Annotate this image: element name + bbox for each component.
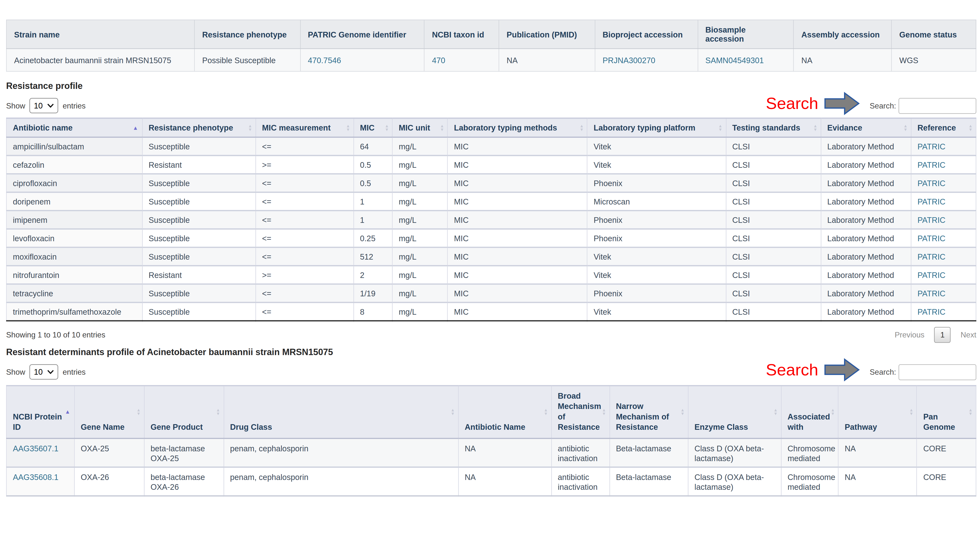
- column-header-evidance[interactable]: Evidance▲▼: [821, 118, 911, 137]
- sort-icon: ▲▼: [248, 124, 252, 131]
- link[interactable]: 470.7546: [308, 56, 341, 65]
- cell: levofloxacin: [6, 229, 142, 247]
- column-header-mic[interactable]: MIC▲▼: [353, 118, 392, 137]
- search-box: Search:: [870, 364, 976, 380]
- column-header-resistance-phenotype[interactable]: Resistance phenotype▲▼: [142, 118, 256, 137]
- cell: mg/L: [392, 174, 448, 192]
- sort-icon: ▲▼: [385, 124, 389, 131]
- page: Strain nameResistance phenotypePATRIC Ge…: [0, 20, 980, 551]
- column-header-gene-name[interactable]: Gene Name▲▼: [74, 386, 144, 438]
- column-header-ncbi-protein-id[interactable]: NCBI Protein ID▲: [6, 386, 74, 438]
- link[interactable]: PATRIC: [918, 197, 945, 206]
- cell: mg/L: [392, 229, 448, 247]
- cell: MIC: [448, 266, 587, 284]
- link[interactable]: 470: [432, 56, 445, 65]
- column-header-pan-genome[interactable]: Pan Genome▲▼: [917, 386, 976, 438]
- column-header-pathway[interactable]: Pathway▲▼: [838, 386, 917, 438]
- page-size-select[interactable]: 10: [30, 98, 59, 113]
- sort-icon: ▲▼: [909, 408, 913, 416]
- column-header-drug-class[interactable]: Drug Class▲▼: [224, 386, 458, 438]
- column-header-enzyme-class[interactable]: Enzyme Class▲▼: [688, 386, 781, 438]
- cell: 470.7546: [300, 49, 424, 71]
- sort-icon: ▲▼: [450, 408, 455, 416]
- cell: NA: [838, 467, 917, 496]
- link[interactable]: PATRIC: [918, 160, 945, 170]
- column-header-mic-unit[interactable]: MIC unit▲▼: [392, 118, 448, 137]
- resistance-table-footer: Showing 1 to 10 of 10 entries Previous 1…: [6, 327, 976, 343]
- column-header-narrow-mechanism-of-resistance[interactable]: Narrow Mechanism of Resistance▲▼: [609, 386, 688, 438]
- cell: ciprofloxacin: [6, 174, 142, 192]
- link[interactable]: PATRIC: [918, 270, 945, 279]
- link[interactable]: PATRIC: [918, 178, 945, 188]
- cell: PATRIC: [911, 302, 976, 321]
- column-header-mic-measurement[interactable]: MIC measurement▲▼: [256, 118, 353, 137]
- section-title-determinants: Resistant determinants profile of Acinet…: [6, 348, 976, 357]
- page-1-button[interactable]: 1: [934, 327, 951, 343]
- cell: <=: [256, 229, 353, 247]
- next-page-button[interactable]: Next: [961, 330, 976, 339]
- cell: CLSI: [726, 211, 821, 229]
- column-header-reference[interactable]: Reference▲▼: [911, 118, 976, 137]
- link[interactable]: PATRIC: [918, 307, 945, 316]
- cell: beta-lactamase OXA-26: [144, 467, 223, 496]
- column-header-antibiotic-name[interactable]: Antibiotic name▲: [6, 118, 142, 137]
- sort-ascending-icon: ▲: [133, 125, 138, 131]
- cell: NA: [794, 49, 892, 71]
- cell: Susceptible: [142, 302, 256, 321]
- sort-icon: ▲▼: [346, 124, 350, 131]
- cell: <=: [256, 137, 353, 156]
- column-header-genome-status: Genome status: [892, 20, 976, 49]
- cell: tetracycline: [6, 284, 142, 302]
- column-header-laboratory-typing-methods[interactable]: Laboratory typing methods▲▼: [448, 118, 587, 137]
- link[interactable]: PATRIC: [918, 215, 945, 225]
- cell: Beta-lactamase: [609, 438, 688, 467]
- sort-icon: ▲▼: [544, 408, 548, 416]
- entries-label: entries: [63, 368, 86, 376]
- cell: <=: [256, 302, 353, 321]
- cell: PATRIC: [911, 229, 976, 247]
- column-header-antibiotic-name[interactable]: Antibiotic Name▲▼: [458, 386, 551, 438]
- column-header-gene-product[interactable]: Gene Product▲▼: [144, 386, 223, 438]
- previous-page-button[interactable]: Previous: [895, 330, 924, 339]
- page-size-select[interactable]: 10: [30, 364, 59, 380]
- link[interactable]: SAMN04549301: [705, 56, 764, 65]
- link[interactable]: PRJNA300270: [603, 56, 655, 65]
- search-annotation-text: Search: [766, 94, 818, 113]
- cell: PRJNA300270: [595, 49, 697, 71]
- sort-icon: ▲▼: [969, 408, 973, 416]
- cell: antibiotic inactivation: [551, 438, 609, 467]
- cell: Laboratory Method: [821, 229, 911, 247]
- cell: Phoenix: [587, 174, 726, 192]
- link[interactable]: PATRIC: [918, 142, 945, 151]
- sort-icon: ▲▼: [602, 408, 606, 416]
- cell: PATRIC: [911, 247, 976, 266]
- cell: Resistant: [142, 266, 256, 284]
- cell: Laboratory Method: [821, 284, 911, 302]
- showing-entries-text: Showing 1 to 10 of 10 entries: [6, 330, 105, 339]
- cell: Susceptible: [142, 174, 256, 192]
- column-header-publication-pmid-: Publication (PMID): [499, 20, 595, 49]
- cell: 1/19: [353, 284, 392, 302]
- column-header-broad-mechanism-of-resistance[interactable]: Broad Mechanism of Resistance▲▼: [551, 386, 609, 438]
- link[interactable]: PATRIC: [918, 252, 945, 261]
- column-header-testing-standards[interactable]: Testing standards▲▼: [726, 118, 821, 137]
- cell: <=: [256, 247, 353, 266]
- link[interactable]: PATRIC: [918, 289, 945, 298]
- search-input[interactable]: [899, 98, 977, 114]
- cell: MIC: [448, 302, 587, 321]
- resistance-table-controls: Show 10 entries Search Search:: [6, 92, 976, 115]
- link[interactable]: PATRIC: [918, 233, 945, 243]
- search-input[interactable]: [899, 364, 977, 380]
- cell: Resistant: [142, 156, 256, 174]
- column-header-associated-with[interactable]: Associated with▲▼: [781, 386, 838, 438]
- cell: NA: [458, 467, 551, 496]
- cell: penam, cephalosporin: [224, 467, 458, 496]
- link[interactable]: AAG35607.1: [13, 444, 59, 453]
- cell: mg/L: [392, 137, 448, 156]
- cell: <=: [256, 284, 353, 302]
- table-row: cefazolinResistant>=0.5mg/LMICVitekCLSIL…: [6, 156, 976, 174]
- cell: Laboratory Method: [821, 137, 911, 156]
- column-header-laboratory-typing-platform[interactable]: Laboratory typing platform▲▼: [587, 118, 726, 137]
- link[interactable]: AAG35608.1: [13, 473, 59, 482]
- cell: CLSI: [726, 284, 821, 302]
